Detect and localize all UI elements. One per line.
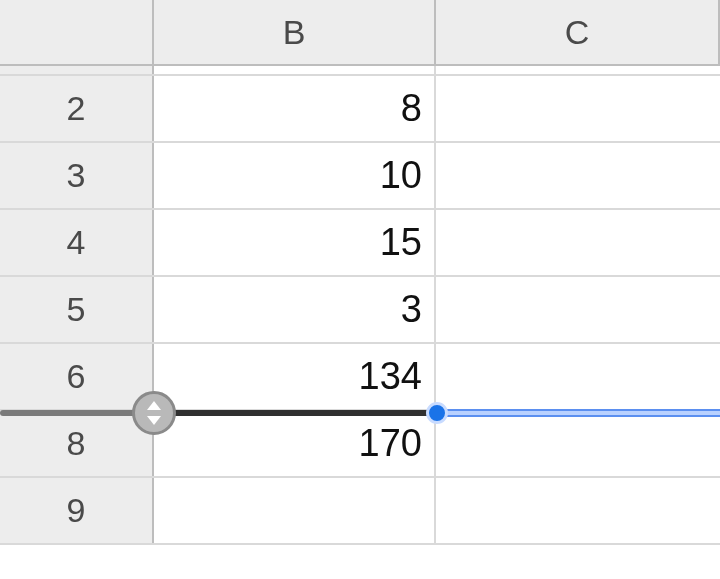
hidden-row-bar-col-B: [154, 410, 436, 416]
cell-B3[interactable]: 10: [154, 143, 436, 208]
row-6: 6 134: [0, 344, 720, 411]
cell-B5[interactable]: 3: [154, 277, 436, 342]
column-header-C[interactable]: C: [436, 0, 720, 64]
cell-B2[interactable]: 8: [154, 76, 436, 141]
grid-rows: 2 8 3 10 4 15 5 3 6 134 8 170: [0, 66, 720, 545]
select-all-corner[interactable]: [0, 0, 154, 64]
row-header-9[interactable]: 9: [0, 478, 154, 543]
selection-border-right: [436, 409, 720, 417]
spreadsheet-viewport: B C 2 8 3 10 4 15 5 3 6: [0, 0, 720, 579]
row-header-3[interactable]: 3: [0, 143, 154, 208]
row-1-sliver: [0, 66, 720, 76]
cell-C3[interactable]: [436, 143, 720, 208]
cell-B9[interactable]: [154, 478, 436, 543]
cell-C2[interactable]: [436, 76, 720, 141]
selection-fill-handle[interactable]: [426, 402, 448, 424]
row-header-5[interactable]: 5: [0, 277, 154, 342]
cell-C9[interactable]: [436, 478, 720, 543]
row-header-1[interactable]: [0, 66, 154, 74]
row-header-6[interactable]: 6: [0, 344, 154, 409]
row-8: 8 170: [0, 411, 720, 478]
cell-C1[interactable]: [436, 66, 720, 74]
cell-C5[interactable]: [436, 277, 720, 342]
row-header-2[interactable]: 2: [0, 76, 154, 141]
unhide-rows-handle[interactable]: [132, 391, 176, 435]
row-5: 5 3: [0, 277, 720, 344]
cell-C6[interactable]: [436, 344, 720, 409]
cell-B6[interactable]: 134: [154, 344, 436, 409]
row-header-8[interactable]: 8: [0, 411, 154, 476]
row-9: 9: [0, 478, 720, 545]
column-header-row: B C: [0, 0, 720, 66]
cell-B8[interactable]: 170: [154, 411, 436, 476]
cell-B1[interactable]: [154, 66, 436, 74]
cell-C4[interactable]: [436, 210, 720, 275]
column-header-B[interactable]: B: [154, 0, 436, 64]
row-4: 4 15: [0, 210, 720, 277]
hidden-row-bar-header: [0, 410, 154, 416]
row-3: 3 10: [0, 143, 720, 210]
cell-B4[interactable]: 15: [154, 210, 436, 275]
row-header-4[interactable]: 4: [0, 210, 154, 275]
row-2: 2 8: [0, 76, 720, 143]
cell-C8[interactable]: [436, 411, 720, 476]
